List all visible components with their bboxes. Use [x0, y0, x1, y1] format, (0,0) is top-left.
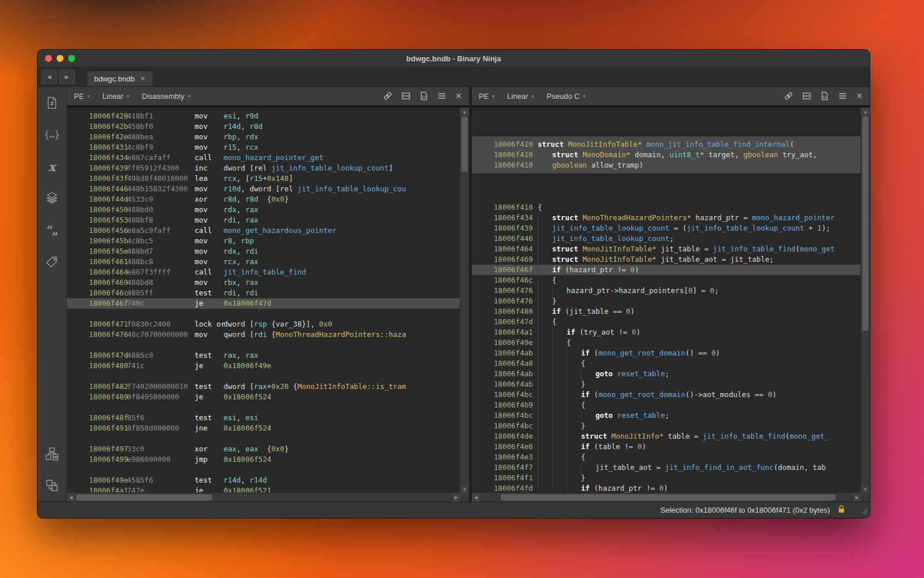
code-row[interactable]: 18006f439jit_info_table_lookup_count = (…: [472, 223, 861, 234]
nav-forward-button[interactable]: ▶: [59, 69, 75, 84]
menu-icon[interactable]: [838, 91, 847, 101]
scroll-down-icon[interactable]: ▼: [861, 485, 870, 493]
tab-bdwgc[interactable]: bdwgc.bndb ✕: [87, 71, 152, 86]
disasm-row[interactable]: 18006f4314c8bf9movr15, rcx: [67, 142, 460, 153]
disasm-row[interactable]: 18006f471f0830c2400lock ordword [rsp {va…: [67, 319, 460, 329]
link-icon[interactable]: [784, 91, 793, 101]
disasm-row[interactable]: 18006f42b458bf0movr14d, r8d: [67, 121, 460, 132]
code-row[interactable]: 18006f4ab}: [472, 379, 861, 390]
code-row[interactable]: 18006f49e{: [472, 338, 861, 348]
scroll-up-icon[interactable]: ▲: [861, 108, 870, 116]
right-vscroll-thumb[interactable]: [862, 117, 869, 331]
disasm-row[interactable]: 18006f47d4885c0testrax, rax: [67, 350, 460, 361]
code-row[interactable]: 18006f4bc}: [472, 421, 861, 431]
scroll-left-icon[interactable]: ◀: [67, 493, 75, 502]
disasm-row[interactable]: 18006f428418bf1movesi, r9d: [67, 111, 460, 121]
left-vscroll-thumb[interactable]: [461, 117, 468, 172]
code-row[interactable]: 18006f46fif (hazard_ptr != 0): [472, 265, 861, 275]
code-row[interactable]: 18006f4abif (mono_get_root_domain() == 0…: [472, 348, 861, 358]
disasm-row[interactable]: 18006f499e986000000jmp0x18006f524: [67, 454, 460, 465]
platform-dropdown[interactable]: PE▾: [74, 92, 90, 101]
right-hscroll-thumb[interactable]: [501, 494, 836, 501]
tab-close-icon[interactable]: ✕: [140, 75, 146, 83]
strings-quotes-icon[interactable]: “„: [44, 222, 60, 238]
pseudo-c-body[interactable]: 18006f410{18006f434struct MonoThreadHaza…: [472, 202, 861, 493]
scroll-left-icon[interactable]: ◀: [472, 493, 480, 502]
code-row[interactable]: 18006f4fdif (hazard_ptr != 0): [472, 483, 861, 493]
close-window-button[interactable]: [45, 55, 52, 62]
disasm-row[interactable]: 18006f48f85f6testesi, esi: [67, 413, 460, 423]
disasm-row[interactable]: 18006f45e488bd7movrdx, rdi: [67, 246, 460, 257]
disasm-row[interactable]: 18006f4910f858d000000jne0x18006f524: [67, 423, 460, 433]
scroll-right-icon[interactable]: ▶: [853, 493, 861, 502]
types-braces-icon[interactable]: {…}: [44, 127, 60, 143]
disasm-row[interactable]: 18006f482f7402000000010testdword [rax+0x…: [67, 381, 460, 392]
code-row[interactable]: 18006f410struct MonoJitInfoTable* mono_j…: [472, 139, 861, 150]
disasm-row[interactable]: 18006f464e807f3ffffcalljit_info_table_fi…: [67, 267, 460, 277]
code-row[interactable]: 18006f4a1if (try_aot != 0): [472, 327, 861, 338]
disasm-row[interactable]: 18006f49733c0xoreax, eax {0x0}: [67, 444, 460, 454]
code-row[interactable]: 18006f4bcgoto reset_table;: [472, 410, 861, 421]
view-mode-dropdown[interactable]: Linear▾: [102, 92, 129, 101]
disasm-row[interactable]: 18006f434e887cafaffcallmono_hazard_point…: [67, 153, 460, 163]
split-view-icon[interactable]: [802, 91, 811, 101]
disasm-row[interactable]: 18006f456e8a5c9faffcallmono_get_hazardou…: [67, 225, 460, 236]
view-mode-dropdown[interactable]: Linear▾: [507, 92, 534, 101]
code-row[interactable]: 18006f4a8{: [472, 358, 861, 369]
menu-icon[interactable]: [437, 91, 446, 101]
disasm-row[interactable]: 18006f469488bd8movrbx, rax: [67, 277, 460, 288]
nav-back-button[interactable]: ◀: [41, 69, 57, 84]
mini-graph-icon[interactable]: [44, 446, 60, 462]
variables-x-icon[interactable]: x: [44, 158, 60, 175]
resize-grip[interactable]: [861, 507, 868, 516]
code-row[interactable]: 18006f46c{: [472, 275, 861, 286]
code-row[interactable]: 18006f476}: [472, 296, 861, 306]
code-row[interactable]: 18006f4e3{: [472, 452, 861, 462]
disasm-row[interactable]: 18006f47648c70700000000movqword [rdi {Mo…: [67, 329, 460, 340]
scroll-down-icon[interactable]: ▼: [460, 485, 469, 493]
left-horizontal-scrollbar[interactable]: ◀ ▶: [67, 492, 460, 502]
representation-dropdown[interactable]: Pseudo C▾: [547, 92, 586, 101]
code-row[interactable]: 18006f410{: [472, 202, 861, 213]
link-icon[interactable]: [383, 91, 393, 101]
stack-layers-icon[interactable]: [44, 190, 60, 206]
code-row[interactable]: 18006f4abgoto reset_table;: [472, 369, 861, 379]
representation-dropdown[interactable]: Disassembly▾: [142, 92, 191, 101]
disasm-row[interactable]: 18006f42e488beamovrbp, rdx: [67, 132, 460, 142]
right-horizontal-scrollbar[interactable]: ◀ ▶: [472, 492, 861, 502]
platform-dropdown[interactable]: PE▾: [479, 92, 494, 101]
disasm-row[interactable]: 18006f45b4c8bc5movr8, rbp: [67, 236, 460, 246]
disasm-row[interactable]: 18006f461488bc8movrcx, rax: [67, 257, 460, 267]
disasm-row[interactable]: 18006f46c4885fftestrdi, rdi: [67, 288, 460, 298]
code-row[interactable]: 18006f410struct MonoDomain* domain, uint…: [472, 150, 861, 160]
zoom-window-button[interactable]: [68, 55, 75, 62]
left-vertical-scrollbar[interactable]: ▲ ▼: [460, 108, 469, 493]
tags-icon[interactable]: [44, 254, 60, 270]
hex-file-icon[interactable]: #: [44, 95, 60, 111]
split-view-icon[interactable]: [401, 91, 411, 101]
disasm-row[interactable]: 18006f4890f8495000000je0x18006f524: [67, 392, 460, 402]
code-row[interactable]: 18006f4e6if (table != 0): [472, 442, 861, 452]
disasm-row[interactable]: 18006f450488bd0movrdx, rax: [67, 205, 460, 215]
code-row[interactable]: 18006f4f1}: [472, 473, 861, 483]
code-row[interactable]: 18006f476hazard_ptr->hazard_pointers[0] …: [472, 286, 861, 296]
disasm-row[interactable]: 18006f480741cje0x18006f49e: [67, 361, 460, 371]
report-icon[interactable]: 01: [419, 91, 429, 101]
lock-icon[interactable]: [837, 505, 845, 516]
scroll-right-icon[interactable]: ▶: [452, 493, 460, 502]
code-row[interactable]: 18006f4f7jit_table_aot = jit_info_find_i…: [472, 462, 861, 473]
disasm-row[interactable]: 18006f439ff05912f4300incdword [rel jit_i…: [67, 163, 460, 173]
right-vertical-scrollbar[interactable]: ▲ ▼: [860, 108, 870, 493]
minimize-window-button[interactable]: [57, 55, 64, 62]
code-row[interactable]: 18006f434struct MonoThreadHazardPointers…: [472, 213, 861, 223]
scroll-up-icon[interactable]: ▲: [460, 108, 469, 116]
disasm-row[interactable]: 18006f43f498d8f48010000learcx, [r15+0x14…: [67, 173, 460, 184]
left-hscroll-thumb[interactable]: [76, 494, 212, 501]
code-row[interactable]: 18006f446jit_info_table_lookup_count;: [472, 234, 861, 244]
title-bar[interactable]: bdwgc.bndb - Binary Ninja: [38, 50, 870, 68]
code-row[interactable]: 18006f464struct MonoJitInfoTable* jit_ta…: [472, 244, 861, 254]
close-pane-icon[interactable]: ✕: [856, 91, 863, 101]
code-row[interactable]: 18006f410gboolean allow_tramp): [472, 160, 861, 171]
disasm-row[interactable]: 18006f446448b15832f4300movr10d, dword [r…: [67, 184, 460, 194]
pseudo-c-listing[interactable]: 18006f410struct MonoJitInfoTable* mono_j…: [472, 108, 861, 493]
